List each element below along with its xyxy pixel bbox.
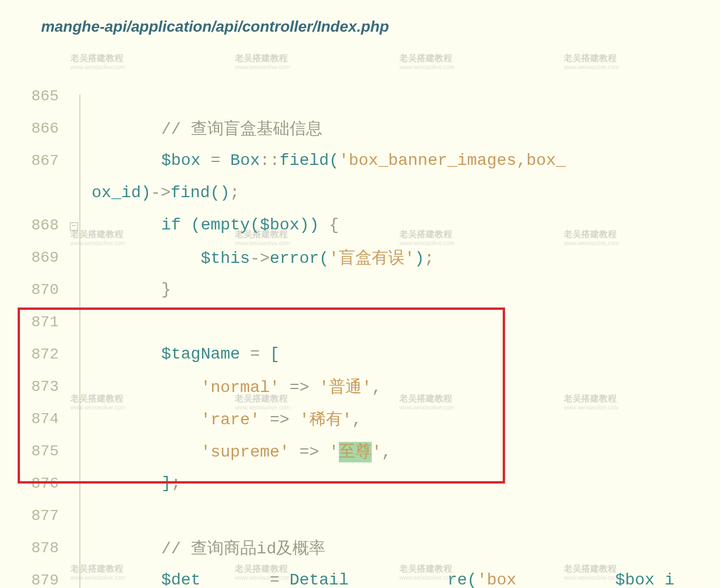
code-line[interactable]: 867 $box = Box::field('box_banner_images… (23, 144, 720, 177)
code-content[interactable]: } (82, 281, 720, 299)
code-line[interactable]: 878 // 查询商品id及概率 (23, 532, 720, 564)
code-line[interactable]: 872 $tagName = [ (23, 338, 720, 370)
code-content[interactable]: // 查询商品id及概率 (82, 537, 720, 559)
code-line[interactable]: 877 (23, 499, 720, 532)
line-number: 868 (23, 217, 66, 234)
line-number: 875 (23, 442, 66, 460)
line-number: 869 (23, 249, 66, 266)
code-line[interactable]: 876 ]; (23, 467, 720, 499)
code-line[interactable]: 879 $det = Detail re('box $box i (23, 564, 720, 588)
code-line[interactable]: 871 (23, 306, 720, 338)
code-line[interactable]: 873 'normal' => '普通', (23, 370, 720, 403)
line-number: 874 (23, 410, 66, 428)
line-number: 866 (23, 120, 66, 137)
code-line[interactable]: ox_id)->find(); (23, 177, 720, 209)
line-number: 871 (23, 313, 66, 331)
code-content[interactable]: $det = Detail re('box $box i (82, 571, 720, 588)
code-line[interactable]: 874 'rare' => '稀有', (23, 403, 720, 435)
code-content[interactable]: // 查询盲盒基础信息 (82, 117, 720, 140)
code-content[interactable]: if (empty($box)) { (82, 216, 720, 234)
line-number: 876 (23, 475, 66, 492)
code-content[interactable]: 'normal' => '普通', (82, 376, 720, 398)
code-content[interactable]: ox_id)->find(); (82, 184, 720, 202)
code-line[interactable]: 868− if (empty($box)) { (23, 209, 720, 241)
line-number: 872 (23, 346, 66, 363)
code-line[interactable]: 875 'supreme' => '至尊', (23, 435, 720, 467)
line-number: 865 (23, 87, 66, 105)
fold-gutter[interactable]: − (66, 218, 82, 232)
line-number: 877 (23, 507, 66, 525)
code-line[interactable] (23, 48, 720, 80)
line-number: 878 (23, 539, 66, 557)
line-number: 873 (23, 378, 66, 396)
fold-minus-icon[interactable]: − (70, 222, 78, 231)
file-path-header: manghe-api/application/api/controller/In… (0, 0, 720, 48)
line-number: 870 (23, 281, 66, 299)
code-line[interactable]: 866 // 查询盲盒基础信息 (23, 112, 720, 144)
line-number: 867 (23, 152, 66, 170)
code-content[interactable]: 'rare' => '稀有', (82, 408, 720, 430)
code-content[interactable]: $box = Box::field('box_banner_images,box… (82, 151, 720, 170)
code-line[interactable]: 870 } (23, 273, 720, 306)
code-content[interactable]: ]; (82, 474, 720, 492)
code-content[interactable]: 'supreme' => '至尊', (82, 440, 720, 462)
code-content[interactable]: $this->error('盲盒有误'); (82, 246, 720, 269)
code-line[interactable]: 865 (23, 80, 720, 112)
code-content[interactable] (82, 55, 720, 73)
code-editor[interactable]: 865866 // 查询盲盒基础信息867 $box = Box::field(… (0, 48, 720, 588)
code-content[interactable]: $tagName = [ (82, 345, 720, 363)
line-number: 879 (23, 572, 66, 589)
code-line[interactable]: 869 $this->error('盲盒有误'); (23, 241, 720, 273)
